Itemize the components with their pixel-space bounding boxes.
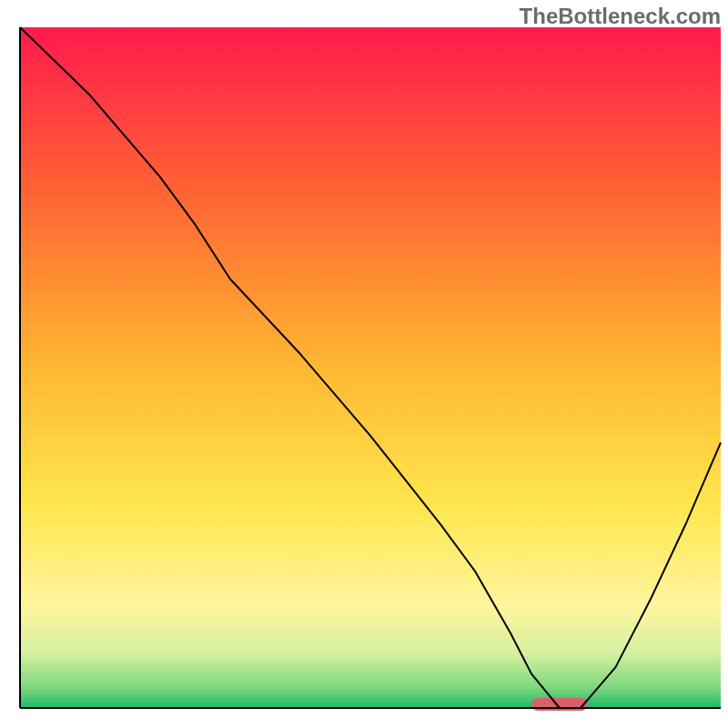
plot-background	[20, 27, 721, 708]
watermark-text: TheBottleneck.com	[520, 4, 721, 29]
chart-svg	[0, 0, 728, 728]
bottleneck-chart: TheBottleneck.com	[0, 0, 728, 728]
